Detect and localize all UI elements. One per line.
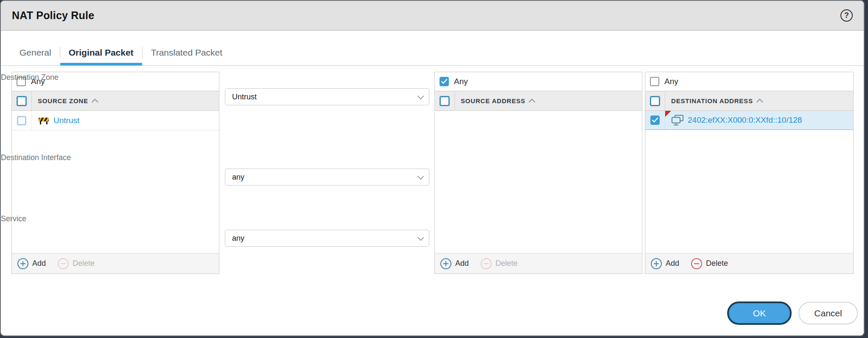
source-address-column-header: SOURCE ADDRESS <box>435 91 642 111</box>
delete-button[interactable]: Delete <box>481 258 518 269</box>
any-label: Any <box>454 77 468 86</box>
address-link[interactable]: 2402:efXX:X000:0:XXfd::10/128 <box>688 115 802 125</box>
destination-address-select-all-checkbox[interactable] <box>650 96 660 106</box>
destination-zone-select[interactable]: Untrust <box>225 88 429 105</box>
service-value: any <box>232 234 244 243</box>
destination-address-any-row: Any <box>645 72 853 91</box>
source-address-panel: Any SOURCE ADDRESS Add Delete <box>434 72 642 274</box>
add-plus-icon <box>651 258 662 269</box>
tab-bar: General Original Packet Translated Packe… <box>1 31 864 66</box>
tab-general[interactable]: General <box>11 42 60 65</box>
delete-minus-icon <box>481 258 492 269</box>
source-zone-column-header: SOURCE ZONE <box>12 91 219 111</box>
source-address-select-all-checkbox[interactable] <box>440 96 450 106</box>
delete-button[interactable]: Delete <box>58 258 95 269</box>
destination-address-column-header: DESTINATION ADDRESS <box>645 91 853 111</box>
source-address-any-checkbox[interactable] <box>440 77 449 86</box>
destination-address-panel: Any DESTINATION ADDRESS <box>645 72 854 274</box>
table-row[interactable]: Untrust <box>12 111 219 130</box>
modified-marker-icon <box>665 111 671 117</box>
tab-translated-packet[interactable]: Translated Packet <box>143 42 231 65</box>
source-address-header-sort[interactable]: SOURCE ADDRESS <box>455 91 535 110</box>
source-zone-select-all-checkbox[interactable] <box>17 96 27 106</box>
destination-address-any-checkbox[interactable] <box>650 77 659 86</box>
help-icon[interactable]: ? <box>840 9 853 22</box>
add-plus-icon <box>440 258 451 269</box>
source-zone-list: Untrust <box>12 111 219 253</box>
sort-ascending-icon <box>756 98 763 105</box>
delete-minus-icon <box>691 258 702 269</box>
chevron-down-icon <box>417 234 424 241</box>
delete-minus-icon <box>58 258 69 269</box>
column-header-label: SOURCE ZONE <box>38 97 88 104</box>
source-zone-footer: Add Delete <box>12 253 219 273</box>
row-checkbox[interactable] <box>650 115 660 125</box>
add-plus-icon <box>17 258 28 269</box>
page-title: NAT Policy Rule <box>12 9 94 22</box>
column-header-label: SOURCE ADDRESS <box>461 97 525 104</box>
destination-zone-value: Untrust <box>232 93 257 101</box>
source-address-any-row: Any <box>435 72 642 91</box>
zone-barrier-icon <box>38 116 50 125</box>
chevron-down-icon <box>417 173 424 180</box>
sort-ascending-icon <box>529 98 536 105</box>
tab-original-packet[interactable]: Original Packet <box>60 42 142 65</box>
service-select[interactable]: any <box>225 230 429 247</box>
table-row[interactable]: 2402:efXX:X000:0:XXfd::10/128 <box>645 111 853 130</box>
ok-button[interactable]: OK <box>727 301 792 325</box>
any-label: Any <box>664 77 678 86</box>
destination-address-header-sort[interactable]: DESTINATION ADDRESS <box>665 91 763 110</box>
add-button[interactable]: Add <box>17 258 46 269</box>
chevron-down-icon <box>417 93 424 99</box>
cancel-button[interactable]: Cancel <box>798 302 858 324</box>
destination-interface-select[interactable]: any <box>225 169 429 186</box>
zone-link[interactable]: Untrust <box>53 116 79 125</box>
add-button[interactable]: Add <box>440 258 469 269</box>
column-header-label: DESTINATION ADDRESS <box>671 97 753 104</box>
source-address-list <box>435 111 642 253</box>
row-checkbox[interactable] <box>17 116 26 125</box>
source-zone-panel: Any SOURCE ZONE <box>11 72 219 274</box>
address-host-icon <box>671 115 684 126</box>
destination-address-footer: Add Delete <box>645 253 853 273</box>
service-label: Service <box>1 214 26 223</box>
add-button[interactable]: Add <box>651 258 679 269</box>
destination-zone-label: Destination Zone <box>1 73 59 82</box>
sort-ascending-icon <box>91 98 98 105</box>
source-address-footer: Add Delete <box>435 253 642 273</box>
dialog-header: NAT Policy Rule ? <box>1 1 864 31</box>
nat-policy-rule-dialog: NAT Policy Rule ? General Original Packe… <box>0 0 865 336</box>
destination-interface-value: any <box>232 173 244 182</box>
destination-address-list: 2402:efXX:X000:0:XXfd::10/128 <box>645 111 853 253</box>
destination-interface-label: Destination Interface <box>1 153 71 162</box>
source-zone-header-sort[interactable]: SOURCE ZONE <box>32 91 98 110</box>
delete-button[interactable]: Delete <box>691 258 728 269</box>
